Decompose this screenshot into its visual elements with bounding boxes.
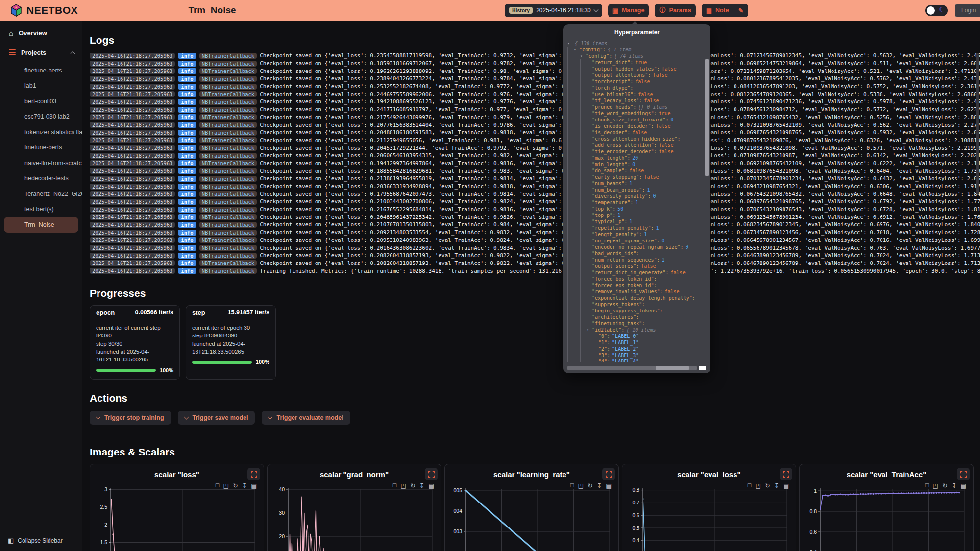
json-tree-line[interactable]: "tie_encoder_decoder":false	[567, 148, 703, 155]
json-tree-line[interactable]: "top_p":1	[567, 212, 703, 218]
zoom-box-icon[interactable]: □	[748, 482, 752, 489]
json-tree-line[interactable]: "min_length":0	[567, 161, 703, 168]
sidebar-item-project[interactable]: tokenizer statistics llama...	[0, 124, 82, 140]
json-tree-line[interactable]: "remove_invalid_values":false	[567, 288, 703, 295]
params-button[interactable]: ⓘ Params	[655, 4, 695, 17]
sidebar-item-project[interactable]: csc791-030 lab2	[0, 109, 82, 125]
autoscale-icon[interactable]: ↻	[765, 482, 770, 489]
trigger-action-button[interactable]: Trigger evaluate model	[262, 411, 350, 425]
manage-button[interactable]: ▣ Manage	[608, 4, 649, 17]
json-tree-line[interactable]: "early_stopping":false	[567, 174, 703, 180]
data-table-icon[interactable]: ▤	[606, 482, 612, 489]
json-tree-line[interactable]: "is_decoder":false	[567, 129, 703, 136]
json-tree-line[interactable]: "finetuning_task":	[567, 320, 703, 327]
json-tree-line[interactable]: "temperature":1	[567, 199, 703, 206]
json-tree-line[interactable]: ▾{ 130 items	[567, 40, 703, 47]
expand-chart-icon[interactable]	[602, 468, 615, 480]
json-tree-line[interactable]: "forced_eos_token_id":	[567, 282, 703, 288]
json-tree-line[interactable]: "return_dict_in_generate":false	[567, 269, 703, 276]
theme-toggle[interactable]: ☾	[925, 5, 948, 16]
json-tree-line[interactable]: "no_repeat_ngram_size":0	[567, 238, 703, 244]
zoom-box-icon[interactable]: □	[393, 482, 397, 489]
expand-chart-icon[interactable]	[425, 468, 438, 480]
json-tree-line[interactable]: "architectures":	[567, 314, 703, 320]
json-tree-line[interactable]: "encoder_no_repeat_ngram_size":0	[567, 244, 703, 250]
edit-note-button[interactable]: ✎	[734, 6, 744, 14]
pan-icon[interactable]: ◰	[755, 482, 761, 489]
json-tree-line[interactable]: "chunk_size_feed_forward":0	[567, 117, 703, 123]
collapse-sidebar-button[interactable]: ◧ Collapse Sidebar	[8, 537, 63, 544]
autoscale-icon[interactable]: ↻	[233, 482, 238, 489]
trigger-action-button[interactable]: Trigger stop training	[90, 411, 171, 425]
zoom-box-icon[interactable]: □	[216, 482, 220, 489]
json-tree-line[interactable]: "cross_attention_hidden_size":	[567, 136, 703, 142]
json-tree-line[interactable]: "top_k":50	[567, 206, 703, 212]
json-tree-line[interactable]: "output_hidden_states":false	[567, 66, 703, 72]
json-tree-line[interactable]: "tie_word_embeddings":true	[567, 110, 703, 117]
sidebar-item-project[interactable]: bert-conll03	[0, 94, 82, 109]
sidebar-item-overview[interactable]: ⌂ Overview	[0, 25, 82, 40]
data-table-icon[interactable]: ▤	[783, 482, 789, 489]
chart-plot[interactable]: 005004003002001	[448, 484, 616, 551]
json-tree-line[interactable]: "output_scores":false	[567, 263, 703, 269]
json-tree-line[interactable]: "suppress_tokens":	[567, 301, 703, 308]
download-icon[interactable]: ↧	[952, 482, 956, 489]
json-tree-line[interactable]: "pruned_heads":{} 0 items	[567, 104, 703, 110]
json-tree-line[interactable]: "torchscript":false	[567, 78, 703, 85]
data-table-icon[interactable]: ▤	[251, 482, 257, 489]
json-tree-line[interactable]: "2":"LABEL_2"	[567, 346, 703, 352]
chart-plot[interactable]: 10.80.60.40.2	[803, 484, 971, 551]
download-icon[interactable]: ↧	[597, 482, 602, 489]
autoscale-icon[interactable]: ↻	[942, 482, 947, 489]
json-tree-line[interactable]: "0":"LABEL_0"	[567, 333, 703, 339]
autoscale-icon[interactable]: ↻	[588, 482, 592, 489]
json-tree-line[interactable]: ▾"config":{ 1 item	[567, 47, 703, 53]
pan-icon[interactable]: ◰	[578, 482, 584, 489]
zoom-box-icon[interactable]: □	[570, 482, 574, 489]
json-tree-line[interactable]: "use_bfloat16":false	[567, 91, 703, 97]
json-tree-line[interactable]: "forced_bos_token_id":	[567, 276, 703, 282]
trigger-action-button[interactable]: Trigger save model	[178, 411, 255, 425]
json-tree-line[interactable]: "add_cross_attention":false	[567, 142, 703, 148]
json-tree-line[interactable]: "3":"LABEL_3"	[567, 352, 703, 359]
json-tree-line[interactable]: "is_encoder_decoder":false	[567, 123, 703, 129]
json-tree-line[interactable]: "exponential_decay_length_penalty":	[567, 295, 703, 301]
sidebar-item-project[interactable]: naive-llm-from-scratch	[0, 155, 82, 171]
json-tree-line[interactable]: "num_return_sequences":1	[567, 257, 703, 263]
chart-plot[interactable]: 0.80.70.60.50.40.30.2	[625, 484, 794, 551]
expand-chart-icon[interactable]	[957, 468, 970, 480]
popup-horizontal-scrollbar[interactable]	[567, 366, 697, 370]
json-tree-line[interactable]: "4":"LABEL_4"	[567, 359, 703, 362]
json-tree-line[interactable]: "1":"LABEL_1"	[567, 339, 703, 346]
page-scrollbar[interactable]	[976, 53, 979, 195]
sidebar-item-project[interactable]: hedecoder-tests	[0, 171, 82, 187]
json-tree-line[interactable]: "bad_words_ids":	[567, 250, 703, 257]
json-tree-line[interactable]: "output_attentions":false	[567, 72, 703, 78]
zoom-box-icon[interactable]: □	[925, 482, 929, 489]
download-icon[interactable]: ↧	[242, 482, 247, 489]
json-tree-line[interactable]: "num_beam_groups":1	[567, 187, 703, 193]
chart-plot[interactable]: 32.521.51	[93, 484, 262, 551]
data-table-icon[interactable]: ▤	[960, 482, 966, 489]
json-tree-line[interactable]: "num_beams":1	[567, 180, 703, 187]
json-tree-line[interactable]: "max_length":20	[567, 155, 703, 161]
pan-icon[interactable]: ◰	[932, 482, 938, 489]
note-button-group[interactable]: ▤ Note ✎	[702, 4, 748, 17]
pan-icon[interactable]: ◰	[400, 482, 406, 489]
json-tree-line[interactable]: "typical_p":1	[567, 218, 703, 225]
sidebar-item-project[interactable]: test bert(s)	[0, 202, 82, 217]
popup-vertical-scrollbar[interactable]	[705, 59, 709, 176]
chart-plot[interactable]: 40302010	[270, 484, 439, 551]
json-tree-line[interactable]: "return_dict":true	[567, 59, 703, 66]
data-table-icon[interactable]: ▤	[428, 482, 434, 489]
json-tree-line[interactable]: ▾"id2label":{ 10 items	[567, 327, 703, 333]
expand-chart-icon[interactable]	[247, 468, 260, 480]
pan-icon[interactable]: ◰	[223, 482, 229, 489]
download-icon[interactable]: ↧	[774, 482, 779, 489]
json-tree-line[interactable]: "do_sample":false	[567, 168, 703, 174]
json-tree-line[interactable]: "torch_dtype":	[567, 85, 703, 91]
sidebar-item-project[interactable]: Trm_Noise	[4, 217, 78, 233]
popup-hscroll-thumb[interactable]	[656, 366, 689, 370]
json-tree-line[interactable]: "tf_legacy_loss":false	[567, 97, 703, 104]
json-tree-line[interactable]: "repetition_penalty":1	[567, 225, 703, 231]
